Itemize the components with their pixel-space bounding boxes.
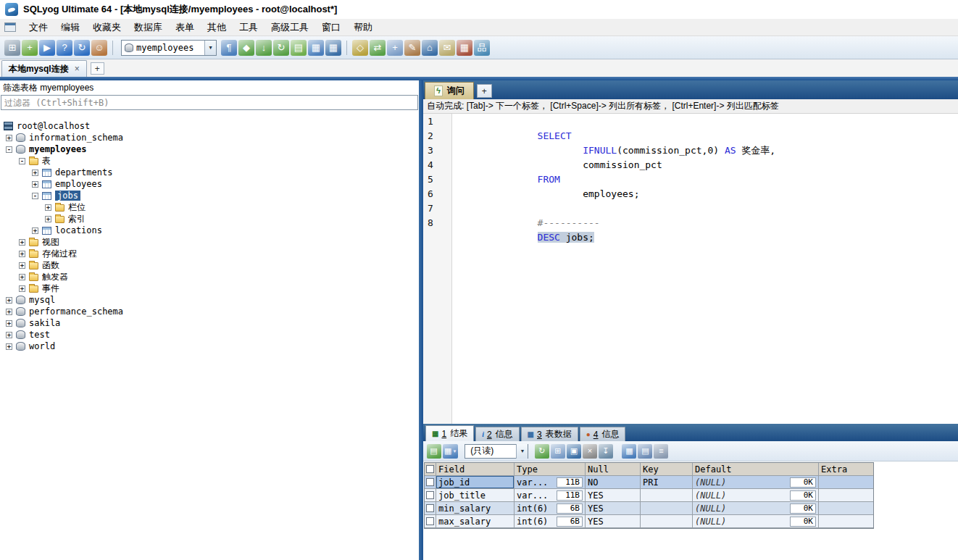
- cell-default[interactable]: (NULL) 0K: [693, 515, 819, 527]
- tree-expander-icon[interactable]: [6, 343, 12, 350]
- refresh-icon[interactable]: ↻: [74, 40, 90, 56]
- cell-key[interactable]: [641, 515, 693, 527]
- connection-tab[interactable]: 本地mysql连接 ×: [1, 60, 87, 77]
- tree-expander-icon[interactable]: [45, 204, 51, 211]
- cell-field[interactable]: max_salary: [436, 515, 515, 527]
- menu-powertools[interactable]: 高级工具: [265, 19, 315, 36]
- tree-item[interactable]: departments: [0, 167, 419, 178]
- notification-services-icon[interactable]: ✉: [439, 40, 455, 56]
- duplicate-row-icon[interactable]: ⊞: [551, 444, 565, 459]
- tree-item[interactable]: 函数: [0, 259, 419, 271]
- cell-key[interactable]: [641, 502, 693, 514]
- cell-type[interactable]: var... 11B: [515, 489, 586, 501]
- user-manager-icon[interactable]: ☺: [91, 40, 107, 56]
- tree-expander-icon[interactable]: [32, 193, 38, 199]
- filter-input[interactable]: [1, 95, 418, 110]
- row-checkbox[interactable]: [426, 491, 434, 499]
- tree-item[interactable]: 事件: [0, 283, 419, 294]
- tree-expander-icon[interactable]: [32, 227, 38, 234]
- alter-table-icon[interactable]: ✎: [404, 40, 420, 56]
- tree-expander-icon[interactable]: [19, 158, 25, 164]
- tree-item[interactable]: jobs: [0, 190, 419, 201]
- new-table-icon[interactable]: +: [387, 40, 403, 56]
- row-checkbox[interactable]: [426, 478, 434, 486]
- result-tab[interactable]: ● 4 信息: [580, 427, 626, 441]
- cell-default[interactable]: (NULL) 0K: [693, 502, 819, 514]
- cell-default[interactable]: (NULL) 0K: [693, 489, 819, 501]
- code-area[interactable]: SELECT IFNULL(commission_pct,0) AS 奖金率, …: [452, 114, 958, 424]
- data-sync-icon[interactable]: ⇄: [370, 40, 386, 56]
- row-checkbox[interactable]: [426, 504, 434, 512]
- tree-expander-icon[interactable]: [19, 274, 25, 280]
- cell-null[interactable]: YES: [586, 502, 641, 514]
- cell-field[interactable]: min_salary: [436, 502, 515, 514]
- menu-edit[interactable]: 编辑: [54, 19, 86, 36]
- tree-item[interactable]: 存储过程: [0, 248, 419, 259]
- tree-item[interactable]: 栏位: [0, 201, 419, 213]
- row-checkbox[interactable]: [426, 517, 434, 525]
- tree-item[interactable]: 视图: [0, 236, 419, 248]
- table-data-icon[interactable]: ▦: [325, 40, 341, 56]
- tree-item[interactable]: world: [0, 340, 419, 352]
- result-tab[interactable]: ▦ 3 表数据: [521, 427, 578, 441]
- tree-expander-icon[interactable]: [45, 216, 51, 222]
- tree-expander-icon[interactable]: [19, 285, 25, 292]
- new-query-tab-button[interactable]: +: [477, 84, 492, 98]
- cell-extra[interactable]: [819, 489, 873, 501]
- grid-view-icon[interactable]: ▦: [622, 444, 636, 459]
- tree-item[interactable]: 触发器: [0, 271, 419, 283]
- tree-item[interactable]: information_schema: [0, 132, 419, 143]
- tree-item[interactable]: test: [0, 329, 419, 340]
- cell-null[interactable]: YES: [586, 489, 641, 501]
- cell-type[interactable]: var... 11B: [515, 476, 586, 488]
- grid-options-icon[interactable]: ▦ ▼: [443, 444, 458, 459]
- cell-extra[interactable]: [819, 502, 873, 514]
- code-line[interactable]: SELECT: [458, 114, 958, 129]
- menu-table[interactable]: 表单: [169, 19, 201, 36]
- select-all-checkbox[interactable]: [426, 465, 434, 473]
- column-header-key[interactable]: Key: [641, 463, 693, 475]
- tree-expander-icon[interactable]: [32, 181, 38, 188]
- schema-optimizer-icon[interactable]: 品: [474, 40, 490, 56]
- tree-expander-icon[interactable]: [19, 239, 25, 246]
- tree-item[interactable]: sakila: [0, 317, 419, 329]
- new-connection-icon[interactable]: +: [22, 40, 38, 56]
- save-changes-icon[interactable]: ▣: [567, 444, 581, 459]
- backup-database-icon[interactable]: ↓: [256, 40, 272, 56]
- cell-null[interactable]: NO: [586, 476, 641, 488]
- sql-editor[interactable]: 12345678 SELECT IFNULL(commission_pct,0)…: [423, 114, 958, 424]
- column-header-field[interactable]: Field: [436, 463, 515, 475]
- menu-favorites[interactable]: 收藏夹: [86, 19, 128, 36]
- tree-item[interactable]: mysql: [0, 294, 419, 306]
- column-header-type[interactable]: Type: [515, 463, 586, 475]
- tree-item[interactable]: 索引: [0, 213, 419, 225]
- sync-database-icon[interactable]: ↻: [273, 40, 289, 56]
- result-tab[interactable]: i 2 信息: [475, 427, 519, 441]
- tree-expander-icon[interactable]: [32, 170, 38, 176]
- text-view-icon[interactable]: ≡: [654, 444, 668, 459]
- export-grid-icon[interactable]: ▤: [427, 444, 441, 459]
- menu-window[interactable]: 窗口: [315, 19, 347, 36]
- explain-query-icon[interactable]: ?: [57, 40, 72, 56]
- query-profiler-icon[interactable]: ▦: [457, 40, 472, 56]
- database-select[interactable]: myemployees ▼: [121, 40, 217, 56]
- tree-item[interactable]: locations: [0, 225, 419, 236]
- table-row[interactable]: job_id var... 11B NO PRI (NULL) 0K: [425, 476, 873, 489]
- cell-field[interactable]: job_id: [436, 476, 515, 488]
- cell-type[interactable]: int(6) 6B: [515, 515, 586, 527]
- create-database-icon[interactable]: ◆: [238, 40, 254, 56]
- schema-designer-icon[interactable]: ⌂: [422, 40, 438, 56]
- cell-field[interactable]: job_title: [436, 489, 515, 501]
- tree-expander-icon[interactable]: [19, 251, 25, 257]
- tree-expander-icon[interactable]: [6, 146, 12, 153]
- tree-expander-icon[interactable]: [6, 135, 12, 141]
- format-query-icon[interactable]: ¶: [221, 40, 237, 56]
- readonly-mode-select[interactable]: (只读) ▼: [465, 444, 528, 459]
- tree-item[interactable]: performance_schema: [0, 306, 419, 317]
- cell-extra[interactable]: [819, 476, 873, 488]
- delete-row-icon[interactable]: ×: [583, 444, 597, 459]
- column-header-null[interactable]: Null: [586, 463, 641, 475]
- tree-item[interactable]: myemployees: [0, 143, 419, 155]
- column-header-extra[interactable]: Extra: [819, 463, 873, 475]
- schema-sync-icon[interactable]: ◇: [352, 40, 368, 56]
